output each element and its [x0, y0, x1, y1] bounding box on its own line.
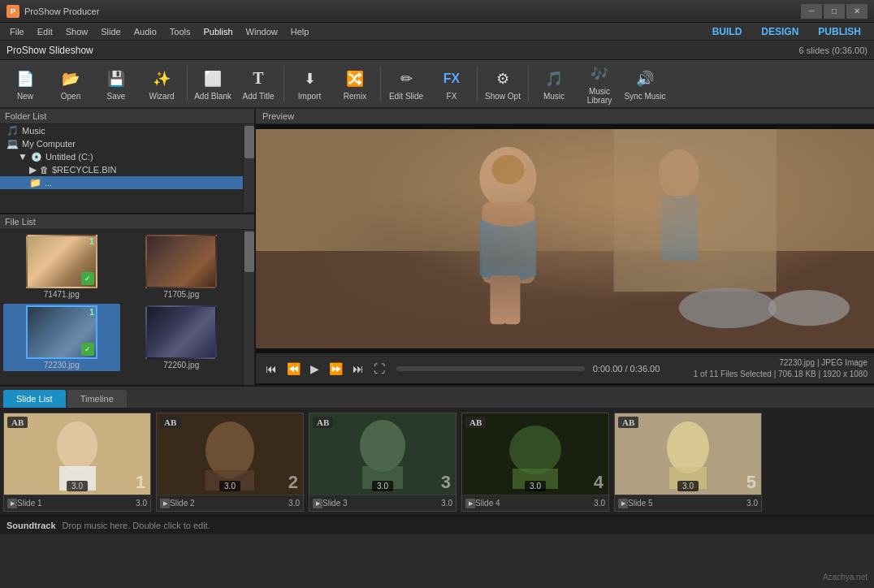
slide-item-3[interactable]: AB 3.0 3 ▶ Slide 3 3.0 — [309, 413, 456, 512]
music-library-button[interactable]: 🎶 Music Library — [578, 62, 621, 106]
toolbar: 📄 New 📂 Open 💾 Save ✨ Wizard ⬜ Add Blank… — [0, 60, 874, 109]
file-thumb-72260[interactable]: 72260.jpg — [123, 304, 240, 371]
slide-num-5: 5 — [746, 473, 756, 491]
slide-ab-badge-3: AB — [313, 417, 333, 428]
folder-list-section: Folder List 🎵 Music 💻 My Computer ▼ 💿 Un… — [0, 109, 254, 214]
file-thumb-71705[interactable]: 71705.jpg — [123, 233, 240, 300]
add-blank-button[interactable]: ⬜ Add Blank — [191, 62, 235, 106]
preview-label: Preview — [256, 109, 874, 124]
menu-tools[interactable]: Tools — [163, 23, 197, 40]
slide-thumb-5: AB 3.0 5 — [615, 413, 761, 495]
transport-next-frame[interactable]: ⏩ — [326, 361, 346, 377]
svg-rect-13 — [661, 195, 698, 260]
file-thumb-72230[interactable]: ✓ 1 72230.jpg — [3, 304, 120, 371]
import-icon: ⬇ — [298, 67, 321, 90]
menu-window[interactable]: Window — [240, 23, 284, 40]
folder-scrollbar[interactable] — [243, 124, 254, 212]
design-mode-button[interactable]: DESIGN — [751, 24, 808, 39]
folder-scroll-thumb[interactable] — [244, 126, 254, 158]
slide-name-1: Slide 1 — [17, 499, 132, 508]
drive-icon: ▼ — [18, 151, 28, 162]
slide-item-2[interactable]: AB 3.0 2 ▶ Slide 2 3.0 — [156, 413, 304, 512]
maximize-button[interactable]: □ — [824, 4, 845, 19]
slide-play-5[interactable]: ▶ — [618, 499, 628, 508]
import-button[interactable]: ⬇ Import — [288, 62, 331, 106]
slide-num-1: 1 — [136, 473, 145, 491]
tab-timeline[interactable]: Timeline — [67, 390, 127, 408]
slide-strip: AB 3.0 1 ▶ Slide 1 3.0 AB 3.0 2 — [0, 409, 874, 515]
file-list-section: File List ✓ 1 71471.jpg 71705.jpg — [0, 214, 254, 385]
tab-slide-list[interactable]: Slide List — [3, 390, 66, 408]
preview-svg — [256, 129, 874, 348]
svg-point-4 — [679, 288, 777, 328]
thumb-num-71471: 1 — [89, 237, 94, 246]
watermark: Azachya.net — [823, 573, 868, 582]
remix-button[interactable]: 🔀 Remix — [333, 62, 377, 106]
menu-file[interactable]: File — [3, 23, 31, 40]
file-thumb-71471[interactable]: ✓ 1 71471.jpg — [3, 233, 120, 300]
open-button[interactable]: 📂 Open — [49, 62, 93, 106]
transport-end[interactable]: ⏭ — [349, 361, 367, 377]
svg-rect-9 — [504, 275, 520, 324]
add-blank-icon: ⬜ — [201, 67, 224, 90]
file-scroll-thumb[interactable] — [244, 231, 254, 272]
minimize-button[interactable]: ─ — [801, 4, 822, 19]
slide-footer-1: ▶ Slide 1 3.0 — [4, 495, 150, 511]
thumb-num-72230: 1 — [89, 308, 94, 317]
show-opt-button[interactable]: ⚙ Show Opt — [481, 62, 525, 106]
svg-point-27 — [667, 422, 709, 473]
slide-play-1[interactable]: ▶ — [7, 499, 17, 508]
progress-bar[interactable] — [396, 366, 585, 371]
menu-slide[interactable]: Slide — [94, 23, 127, 40]
music-folder-icon: 🎵 — [6, 125, 19, 136]
folder-tree: 🎵 Music 💻 My Computer ▼ 💿 Untitled (C:) … — [0, 124, 243, 212]
folder-c-drive[interactable]: ▼ 💿 Untitled (C:) — [0, 150, 243, 163]
add-title-button[interactable]: T Add Title — [236, 62, 280, 106]
fx-button[interactable]: FX FX — [430, 62, 474, 106]
slide-item-5[interactable]: AB 3.0 5 ▶ Slide 5 3.0 — [614, 413, 762, 512]
menu-edit[interactable]: Edit — [31, 23, 59, 40]
new-button[interactable]: 📄 New — [3, 62, 47, 106]
thumb-check-71471: ✓ — [81, 272, 94, 285]
menu-publish[interactable]: Publish — [197, 23, 240, 40]
file-grid: ✓ 1 71471.jpg 71705.jpg ✓ 1 — [0, 230, 243, 385]
sync-music-button[interactable]: 🔊 Sync Music — [623, 62, 667, 106]
svg-point-5 — [768, 290, 850, 326]
slide-item-1[interactable]: AB 3.0 1 ▶ Slide 1 3.0 — [3, 413, 151, 512]
transport-prev[interactable]: ⏪ — [283, 361, 304, 377]
recycle-icon: ▶ — [29, 164, 37, 175]
main-content: Folder List 🎵 Music 💻 My Computer ▼ 💿 Un… — [0, 109, 874, 385]
show-title: ProShow Slideshow — [6, 45, 93, 56]
soundtrack-bar: Soundtrack Drop music here. Double click… — [0, 515, 874, 534]
file-info: 72230.jpg | JPEG Image 1 of 11 Files Sel… — [694, 357, 868, 380]
wizard-button[interactable]: ✨ Wizard — [140, 62, 184, 106]
menu-help[interactable]: Help — [284, 23, 316, 40]
transport-play[interactable]: ▶ — [307, 361, 322, 377]
folder-selected[interactable]: 📁 ... — [0, 176, 243, 189]
menu-show[interactable]: Show — [59, 23, 95, 40]
svg-rect-3 — [614, 129, 777, 292]
save-button[interactable]: 💾 Save — [94, 62, 138, 106]
slide-footer-2: ▶ Slide 2 3.0 — [157, 495, 303, 511]
transport-start[interactable]: ⏮ — [262, 361, 280, 377]
open-icon: 📂 — [59, 67, 82, 90]
folder-my-computer[interactable]: 💻 My Computer — [0, 137, 243, 150]
slide-play-4[interactable]: ▶ — [465, 499, 475, 508]
close-button[interactable]: ✕ — [846, 4, 868, 19]
slide-item-4[interactable]: AB 3.0 4 ▶ Slide 4 3.0 — [461, 413, 609, 512]
slide-play-3[interactable]: ▶ — [313, 499, 322, 508]
edit-slide-button[interactable]: ✏ Edit Slide — [384, 62, 428, 106]
build-mode-button[interactable]: BUILD — [703, 24, 752, 39]
transport-fullscreen[interactable]: ⛶ — [370, 361, 388, 377]
folder-recycle[interactable]: ▶ 🗑 $RECYCLE.BIN — [0, 163, 243, 176]
menu-audio[interactable]: Audio — [128, 23, 163, 40]
music-button[interactable]: 🎵 Music — [532, 62, 576, 106]
folder-music[interactable]: 🎵 Music — [0, 124, 243, 137]
add-blank-label: Add Blank — [194, 92, 231, 101]
slide-name-4: Slide 4 — [475, 499, 591, 508]
file-scrollbar[interactable] — [243, 230, 254, 385]
file-list-header: File List — [0, 214, 254, 230]
app-icon: P — [6, 5, 19, 18]
publish-mode-button[interactable]: PUBLISH — [808, 24, 871, 39]
slide-play-2[interactable]: ▶ — [160, 499, 170, 508]
